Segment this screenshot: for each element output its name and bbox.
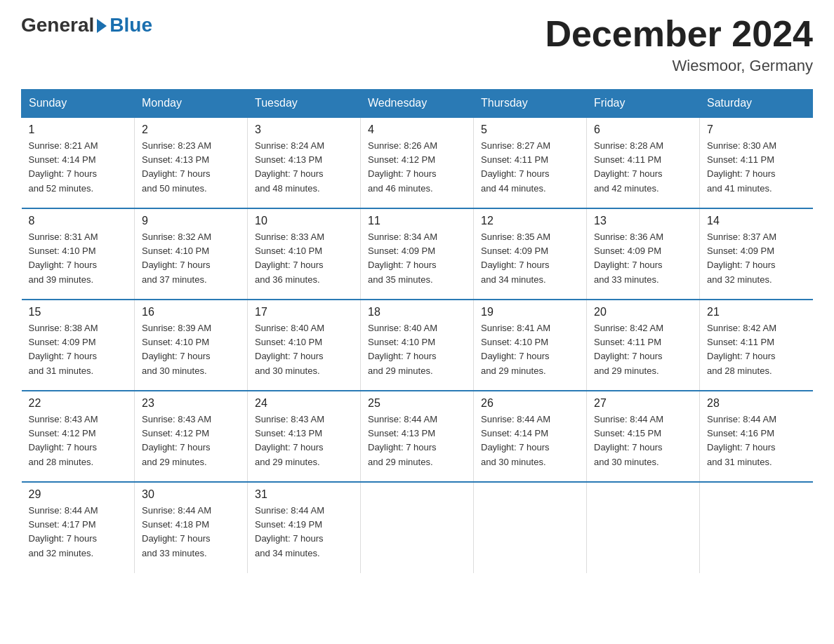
day-info-line: and 29 minutes. [481,365,546,376]
day-info-line: Sunset: 4:10 PM [368,337,435,347]
day-info-line: Daylight: 7 hours [707,260,776,270]
day-info: Sunrise: 8:43 AMSunset: 4:12 PMDaylight:… [29,412,128,469]
calendar-cell [361,482,474,573]
day-info: Sunrise: 8:44 AMSunset: 4:16 PMDaylight:… [707,412,806,469]
calendar-cell: 7Sunrise: 8:30 AMSunset: 4:11 PMDaylight… [700,117,813,208]
day-number: 17 [255,306,353,318]
day-info-line: Daylight: 7 hours [368,442,437,452]
calendar-week-row: 8Sunrise: 8:31 AMSunset: 4:10 PMDaylight… [22,208,813,300]
day-info-line: Daylight: 7 hours [368,351,437,361]
day-info-line: and 39 minutes. [29,274,94,285]
day-info-line: Sunrise: 8:30 AM [707,140,776,151]
day-info-line: Daylight: 7 hours [707,351,776,361]
calendar-table: SundayMondayTuesdayWednesdayThursdayFrid… [21,89,813,573]
day-info-line: and 32 minutes. [707,274,772,285]
day-info-line: Daylight: 7 hours [368,260,437,270]
day-info-line: Sunset: 4:11 PM [594,337,661,347]
day-info-line: Sunrise: 8:27 AM [481,140,550,151]
day-info: Sunrise: 8:44 AMSunset: 4:15 PMDaylight:… [594,412,692,469]
day-info-line: Sunset: 4:11 PM [481,154,548,165]
day-number: 24 [255,397,353,410]
day-info-line: Sunrise: 8:31 AM [29,232,98,242]
day-info-line: Daylight: 7 hours [707,442,776,452]
calendar-cell: 20Sunrise: 8:42 AMSunset: 4:11 PMDayligh… [587,300,700,391]
day-info-line: Sunrise: 8:39 AM [142,323,211,333]
day-info-line: Sunrise: 8:23 AM [142,140,211,151]
day-info-line: Daylight: 7 hours [707,168,776,179]
day-number: 25 [368,397,466,410]
day-info-line: and 52 minutes. [29,183,94,194]
day-info-line: Sunrise: 8:32 AM [142,232,211,242]
day-info-line: Daylight: 7 hours [594,168,663,179]
calendar-cell: 26Sunrise: 8:44 AMSunset: 4:14 PMDayligh… [474,391,587,482]
day-info: Sunrise: 8:35 AMSunset: 4:09 PMDaylight:… [481,230,579,287]
day-info-line: Daylight: 7 hours [255,533,324,544]
day-info-line: Sunrise: 8:42 AM [707,323,776,333]
day-info: Sunrise: 8:44 AMSunset: 4:13 PMDaylight:… [368,412,466,469]
day-info-line: Sunset: 4:10 PM [142,246,209,256]
calendar-header-row: SundayMondayTuesdayWednesdayThursdayFrid… [22,90,813,118]
day-info-line: Sunrise: 8:33 AM [255,232,324,242]
day-info: Sunrise: 8:34 AMSunset: 4:09 PMDaylight:… [368,230,466,287]
day-info-line: and 31 minutes. [707,457,772,467]
day-info-line: Sunrise: 8:26 AM [368,140,437,151]
day-number: 2 [142,123,240,136]
day-info-line: Sunrise: 8:44 AM [255,505,324,516]
day-info: Sunrise: 8:44 AMSunset: 4:14 PMDaylight:… [481,412,579,469]
day-info-line: and 30 minutes. [481,457,546,467]
day-info-line: Sunset: 4:09 PM [368,246,435,256]
day-info: Sunrise: 8:44 AMSunset: 4:19 PMDaylight:… [255,504,353,561]
day-info: Sunrise: 8:44 AMSunset: 4:18 PMDaylight:… [142,504,240,561]
day-info-line: Sunrise: 8:40 AM [255,323,324,333]
day-info-line: Daylight: 7 hours [368,168,437,179]
day-info-line: Sunset: 4:17 PM [29,519,96,530]
day-number: 16 [142,306,240,318]
calendar-cell: 25Sunrise: 8:44 AMSunset: 4:13 PMDayligh… [361,391,474,482]
day-number: 10 [255,215,353,227]
day-info: Sunrise: 8:44 AMSunset: 4:17 PMDaylight:… [29,504,128,561]
day-info-line: Sunset: 4:13 PM [368,428,435,438]
calendar-cell: 13Sunrise: 8:36 AMSunset: 4:09 PMDayligh… [587,208,700,300]
header-monday: Monday [135,90,248,118]
day-info-line: Sunset: 4:13 PM [255,428,322,438]
logo-blue-text: Blue [110,14,152,36]
day-info-line: Sunset: 4:10 PM [255,246,322,256]
day-info-line: Daylight: 7 hours [481,260,550,270]
day-info: Sunrise: 8:21 AMSunset: 4:14 PMDaylight:… [29,139,128,196]
header-tuesday: Tuesday [248,90,361,118]
day-info-line: Daylight: 7 hours [594,260,663,270]
day-number: 11 [368,215,466,227]
day-info-line: and 33 minutes. [594,274,659,285]
calendar-cell: 5Sunrise: 8:27 AMSunset: 4:11 PMDaylight… [474,117,587,208]
day-info-line: Sunset: 4:11 PM [707,337,774,347]
calendar-cell: 8Sunrise: 8:31 AMSunset: 4:10 PMDaylight… [22,208,135,300]
day-info-line: Daylight: 7 hours [481,168,550,179]
calendar-cell: 16Sunrise: 8:39 AMSunset: 4:10 PMDayligh… [135,300,248,391]
day-info-line: Sunrise: 8:28 AM [594,140,663,151]
day-info-line: and 30 minutes. [594,457,659,467]
day-info-line: and 31 minutes. [29,365,94,376]
calendar-cell [474,482,587,573]
day-info-line: Sunset: 4:15 PM [594,428,661,438]
day-info-line: Sunrise: 8:37 AM [707,232,776,242]
day-number: 22 [29,397,128,410]
day-info-line: Sunrise: 8:42 AM [594,323,663,333]
day-info-line: Sunrise: 8:44 AM [481,414,550,424]
day-info-line: Daylight: 7 hours [481,351,550,361]
day-number: 5 [481,123,579,136]
day-info: Sunrise: 8:41 AMSunset: 4:10 PMDaylight:… [481,321,579,378]
day-number: 31 [255,488,353,501]
calendar-cell: 17Sunrise: 8:40 AMSunset: 4:10 PMDayligh… [248,300,361,391]
day-info-line: and 29 minutes. [255,457,320,467]
calendar-cell: 12Sunrise: 8:35 AMSunset: 4:09 PMDayligh… [474,208,587,300]
day-number: 1 [29,123,128,136]
day-number: 19 [481,306,579,318]
day-number: 12 [481,215,579,227]
day-info-line: and 30 minutes. [255,365,320,376]
day-info-line: Sunset: 4:09 PM [594,246,661,256]
day-info-line: and 46 minutes. [368,183,433,194]
calendar-week-row: 22Sunrise: 8:43 AMSunset: 4:12 PMDayligh… [22,391,813,482]
day-info: Sunrise: 8:39 AMSunset: 4:10 PMDaylight:… [142,321,240,378]
day-info-line: Daylight: 7 hours [594,351,663,361]
day-info-line: Sunset: 4:12 PM [142,428,209,438]
